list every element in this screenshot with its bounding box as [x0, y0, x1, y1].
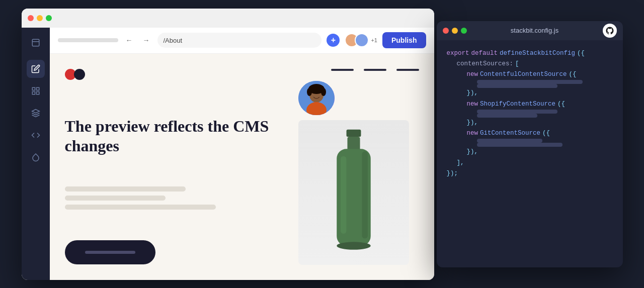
cta-button[interactable] [65, 240, 155, 264]
code-skeleton-2 [477, 84, 557, 88]
code-line-8 [447, 110, 613, 114]
sidebar-icon-grid[interactable] [27, 82, 45, 100]
svg-marker-5 [32, 109, 39, 113]
svg-point-9 [307, 88, 312, 96]
nav-line-2 [364, 69, 386, 71]
url-path: /About [164, 37, 183, 44]
sidebar-icon-code[interactable] [27, 126, 45, 144]
skeleton-line-3 [65, 205, 216, 210]
traffic-light-red[interactable] [28, 15, 34, 21]
code-line-14: }), [447, 147, 613, 157]
code-new-3: new [467, 128, 478, 139]
svg-rect-1 [32, 87, 35, 90]
url-skeleton [58, 38, 118, 42]
forward-button[interactable]: → [140, 34, 152, 46]
code-export: export [447, 48, 469, 59]
browser-body: ← → /About + +1 Publish [22, 28, 434, 280]
nav-lines [331, 69, 419, 71]
code-bracket-7: ({ [542, 128, 550, 139]
code-line-5 [447, 84, 613, 88]
code-line-12 [447, 139, 613, 143]
skeleton-lines [65, 186, 278, 210]
nav-line-3 [396, 69, 419, 71]
browser-window: ← → /About + +1 Publish [22, 9, 434, 280]
sidebar-icon-drop[interactable] [27, 148, 45, 166]
svg-rect-16 [362, 151, 368, 239]
code-bracket-5: ({ [557, 99, 565, 110]
code-content: export default defineStackbitConfig ({ c… [437, 40, 623, 267]
skeleton-line-1 [65, 186, 186, 191]
code-shopify: ShopifyContentSource [480, 99, 555, 110]
code-content-sources: contentSources: [457, 59, 514, 69]
url-bar[interactable]: /About [157, 33, 322, 48]
sidebar [22, 28, 50, 280]
code-line-9 [447, 114, 613, 118]
svg-rect-3 [32, 91, 35, 94]
traffic-light-yellow[interactable] [37, 15, 43, 21]
bottle-area [298, 120, 409, 264]
code-traffic-red[interactable] [443, 28, 449, 34]
right-content [288, 69, 419, 265]
skeleton-line-2 [65, 196, 166, 201]
code-skeleton-3 [477, 110, 557, 114]
code-traffic-lights [443, 28, 467, 34]
code-bracket-10: }); [447, 168, 458, 179]
page-content: The preview reflects the CMS changes [50, 54, 434, 280]
plus-button[interactable]: + [327, 34, 340, 47]
bottle-svg [321, 125, 386, 260]
code-line-15: ], [447, 158, 613, 168]
code-window: stackbit.config.js export default define… [437, 21, 623, 267]
code-new-2: new [467, 99, 478, 110]
browser-titlebar [22, 9, 434, 28]
svg-rect-4 [36, 91, 39, 94]
traffic-light-green[interactable] [46, 15, 52, 21]
left-content: The preview reflects the CMS changes [65, 69, 278, 265]
code-traffic-yellow[interactable] [452, 28, 458, 34]
code-line-13 [447, 143, 613, 147]
svg-rect-2 [36, 87, 39, 90]
code-line-1: export default defineStackbitConfig ({ [447, 48, 613, 59]
avatars: +1 [345, 33, 377, 47]
code-file-title: stackbit.config.js [511, 27, 558, 34]
code-line-16: }); [447, 168, 613, 179]
code-git: GitContentSource [480, 128, 540, 139]
code-default: default [471, 48, 498, 59]
nav-line-1 [331, 69, 354, 71]
code-line-11: new GitContentSource ({ [447, 128, 613, 139]
code-skeleton-1 [477, 80, 583, 84]
code-bracket-1: ({ [577, 48, 585, 59]
code-line-3: new ContentfulContentSource ({ [447, 69, 613, 80]
cta-skeleton [85, 251, 135, 254]
sidebar-icon-edit[interactable] [27, 60, 45, 78]
code-define-fn: defineStackbitConfig [500, 48, 575, 59]
code-bracket-6: }), [467, 118, 478, 128]
code-bracket-2: [ [515, 59, 519, 69]
code-traffic-green[interactable] [461, 28, 467, 34]
code-skeleton-5 [477, 139, 542, 143]
sidebar-icon-box[interactable] [27, 34, 45, 52]
code-line-7: new ShopifyContentSource ({ [447, 99, 613, 110]
avatar-count: +1 [371, 37, 377, 43]
code-bracket-9: ], [457, 158, 464, 168]
code-skeleton-4 [477, 114, 537, 118]
toolbar: ← → /About + +1 Publish [50, 28, 434, 54]
avatar-2 [355, 33, 369, 47]
publish-button[interactable]: Publish [382, 32, 426, 48]
svg-rect-0 [32, 39, 39, 46]
svg-point-17 [337, 242, 371, 249]
svg-point-10 [321, 88, 326, 96]
sidebar-icon-layers[interactable] [27, 104, 45, 122]
code-bracket-3: ({ [569, 69, 577, 80]
logo-circle-dark [74, 69, 85, 80]
main-container: ← → /About + +1 Publish [0, 0, 644, 288]
code-skeleton-6 [477, 143, 562, 147]
code-line-10: }), [447, 118, 613, 128]
github-icon[interactable] [603, 24, 617, 38]
profile-image [298, 81, 335, 116]
code-contentful: ContentfulContentSource [480, 69, 567, 80]
code-bracket-8: }), [467, 147, 478, 157]
logo-area [65, 69, 278, 80]
back-button[interactable]: ← [123, 34, 135, 46]
code-titlebar: stackbit.config.js [437, 21, 623, 40]
code-bracket-4: }), [467, 88, 478, 99]
